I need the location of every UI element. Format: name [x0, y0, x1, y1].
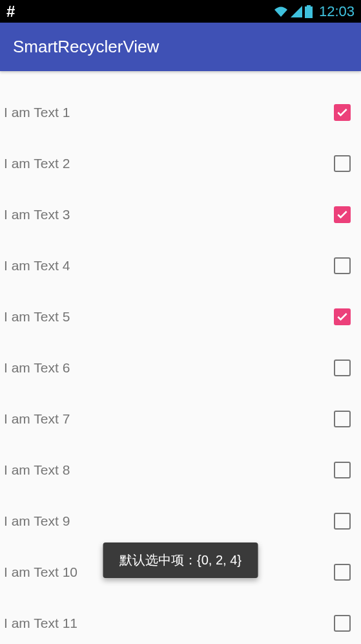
checkbox[interactable]	[334, 411, 351, 427]
checkbox[interactable]	[334, 615, 351, 632]
checkbox[interactable]	[334, 206, 351, 223]
list-item[interactable]: I am Text 3	[0, 189, 361, 240]
item-label: I am Text 3	[4, 207, 70, 222]
item-label: I am Text 9	[4, 513, 70, 529]
list-item[interactable]: I am Text 9	[0, 495, 361, 546]
clock: 12:03	[319, 3, 355, 20]
checkbox[interactable]	[334, 155, 351, 172]
list-item[interactable]: I am Text 6	[0, 342, 361, 393]
wifi-icon	[274, 6, 288, 17]
toast-message: 默认选中项：{0, 2, 4}	[119, 553, 242, 567]
checkbox[interactable]	[334, 462, 351, 478]
checkbox[interactable]	[334, 360, 351, 376]
svg-rect-0	[305, 6, 313, 18]
svg-rect-1	[307, 5, 311, 6]
item-label: I am Text 1	[4, 105, 70, 120]
item-label: I am Text 8	[4, 462, 70, 478]
checkbox[interactable]	[334, 308, 351, 325]
list-item[interactable]: I am Text 2	[0, 138, 361, 189]
item-label: I am Text 2	[4, 156, 70, 171]
list-item[interactable]: I am Text 5	[0, 291, 361, 342]
status-bar: # 12:03	[0, 0, 361, 23]
app-bar: SmartRecyclerView	[0, 23, 361, 71]
checkbox[interactable]	[334, 564, 351, 581]
list-item[interactable]: I am Text 11	[0, 597, 361, 644]
signal-icon	[291, 6, 302, 17]
item-label: I am Text 7	[4, 411, 70, 427]
checkbox[interactable]	[334, 104, 351, 121]
list-item[interactable]: I am Text 1	[0, 87, 361, 138]
list-item[interactable]: I am Text 7	[0, 393, 361, 444]
checkbox[interactable]	[334, 257, 351, 274]
item-label: I am Text 5	[4, 309, 70, 325]
page-title: SmartRecyclerView	[13, 37, 159, 57]
list-item[interactable]: I am Text 8	[0, 444, 361, 495]
item-label: I am Text 4	[4, 258, 70, 274]
list-item[interactable]: I am Text 4	[0, 240, 361, 291]
item-label: I am Text 11	[4, 616, 77, 631]
battery-icon	[305, 5, 313, 18]
toast: 默认选中项：{0, 2, 4}	[103, 542, 258, 578]
checkbox[interactable]	[334, 513, 351, 530]
hash-icon: #	[6, 3, 15, 21]
item-label: I am Text 10	[4, 564, 77, 580]
item-label: I am Text 6	[4, 360, 70, 376]
